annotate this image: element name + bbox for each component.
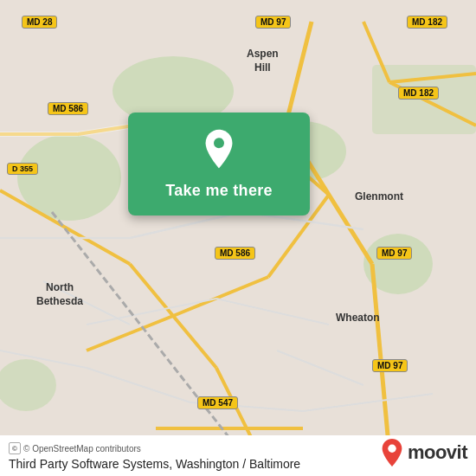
road-badge-md182-top: MD 182 <box>407 16 447 29</box>
road-badge-md97-top: MD 97 <box>255 16 291 29</box>
road-badge-md182-right: MD 182 <box>398 87 439 100</box>
road-badge-md547: MD 547 <box>197 396 238 409</box>
moovit-pin-icon <box>380 438 404 467</box>
label-north-bethesda: NorthBethesda <box>36 281 83 308</box>
road-badge-md28: MD 28 <box>22 16 57 29</box>
take-me-there-button[interactable]: Take me there <box>165 178 273 203</box>
label-aspen-hill: AspenHill <box>247 48 279 74</box>
moovit-brand-text: moovit <box>408 441 467 464</box>
road-badge-md586-left: MD 586 <box>48 102 88 115</box>
map-container: MD 28 MD 97 MD 182 MD 586 D 355 MD 182 M… <box>0 0 476 476</box>
osm-credit-text: © OpenStreetMap contributors <box>23 444 141 453</box>
road-badge-md97-right: MD 97 <box>376 247 412 260</box>
location-pin-icon <box>198 128 240 170</box>
moovit-logo: moovit <box>380 438 467 467</box>
svg-point-40 <box>388 445 396 453</box>
road-badge-d355: D 355 <box>7 163 38 175</box>
svg-point-39 <box>214 138 224 148</box>
popup-card: Take me there <box>128 113 310 215</box>
road-badge-md586-center: MD 586 <box>215 247 255 260</box>
osm-logo: © <box>9 442 21 454</box>
label-wheaton: Wheaton <box>336 312 380 324</box>
label-glenmont: Glenmont <box>355 190 403 203</box>
road-badge-md97-bot: MD 97 <box>372 359 408 372</box>
